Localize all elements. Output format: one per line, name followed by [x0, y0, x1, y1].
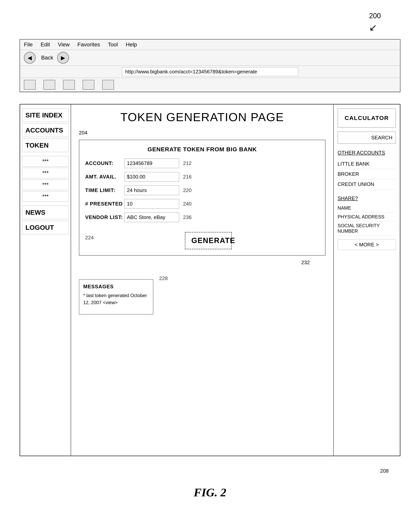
share-ssn: SOCIAL SECURITY NUMBER	[338, 221, 396, 236]
figure-caption: FIG. 2	[8, 486, 412, 499]
bookmark-1[interactable]	[24, 80, 36, 90]
menu-tool[interactable]: Tool	[108, 42, 118, 48]
time-input[interactable]	[124, 185, 179, 195]
menu-view[interactable]: View	[58, 42, 69, 48]
menu-file[interactable]: File	[24, 42, 33, 48]
webpage: SITE INDEX ACCOUNTS TOKEN *** *** *** **…	[20, 104, 400, 456]
menu-favorites[interactable]: Favorites	[77, 42, 100, 48]
messages-title: MESSAGES	[83, 284, 149, 290]
calculator-box[interactable]: CALCULATOR	[338, 108, 396, 128]
bookmark-3[interactable]	[63, 80, 75, 90]
annotation-240: 240	[183, 201, 192, 207]
forward-button[interactable]: ▶	[57, 52, 69, 64]
address-bar[interactable]: http://www.bigbank.com/acct=123456789&to…	[122, 67, 298, 76]
annotation-220: 220	[183, 187, 192, 193]
account-broker[interactable]: BROKER	[338, 169, 396, 179]
annotation-236: 236	[183, 214, 192, 220]
account-label: ACCOUNT:	[85, 160, 124, 166]
form-row-presented: # PRESENTED 240	[85, 199, 319, 209]
presented-label: # PRESENTED	[85, 201, 124, 207]
vendor-label: VENDOR LIST:	[85, 214, 124, 220]
annotation-212: 212	[183, 160, 192, 166]
sidebar-star-2: ***	[22, 168, 69, 178]
messages-box: MESSAGES * last token generated October …	[79, 279, 153, 314]
left-sidebar: SITE INDEX ACCOUNTS TOKEN *** *** *** **…	[20, 104, 71, 456]
account-input[interactable]	[124, 159, 179, 168]
page-title: TOKEN GENERATION PAGE	[79, 110, 325, 124]
vendor-input[interactable]	[124, 213, 179, 222]
menu-edit[interactable]: Edit	[41, 42, 50, 48]
sidebar-item-news[interactable]: NEWS	[22, 206, 69, 219]
annotation-228: 228	[159, 275, 168, 281]
messages-body: * last token generated October 12, 2007 …	[83, 292, 149, 306]
more-button[interactable]: < MORE >	[338, 240, 396, 250]
annotation-224: 224	[85, 235, 94, 241]
amt-input[interactable]	[124, 172, 179, 182]
form-title: GENERATE TOKEN FROM BIG BANK	[85, 146, 319, 153]
presented-input[interactable]	[124, 199, 179, 209]
sidebar-star-1: ***	[22, 156, 69, 167]
other-accounts-label[interactable]: OTHER ACCOUNTS	[338, 150, 396, 156]
annotation-232: 232	[79, 259, 325, 266]
sidebar-star-3: ***	[22, 179, 69, 190]
browser-menubar: File Edit View Favorites Tool Help	[20, 39, 400, 50]
token-form: GENERATE TOKEN FROM BIG BANK ACCOUNT: 21…	[79, 140, 325, 256]
amt-label: AMT. AVAIL.	[85, 174, 124, 180]
form-row-amt: AMT. AVAIL. 216	[85, 172, 319, 182]
bookmark-5[interactable]	[102, 80, 114, 90]
figure-number: 200	[369, 12, 381, 20]
back-button[interactable]: ◀	[24, 52, 36, 64]
annotation-204: 204	[79, 130, 325, 136]
share-section: SHARE? NAME PHYSICAL ADDRESS SOCIAL SECU…	[338, 195, 396, 250]
browser-window: File Edit View Favorites Tool Help ◀ Bac…	[20, 39, 400, 92]
account-credit-union[interactable]: CREDIT UNION	[338, 179, 396, 189]
sidebar-star-4: ***	[22, 191, 69, 202]
address-bar-row: http://www.bigbank.com/acct=123456789&to…	[20, 66, 400, 78]
sidebar-item-token[interactable]: TOKEN	[22, 139, 69, 152]
right-sidebar: CALCULATOR SEARCH OTHER ACCOUNTS LITTLE …	[333, 104, 400, 456]
form-row-account: ACCOUNT: 212	[85, 159, 319, 168]
menu-help[interactable]: Help	[126, 42, 137, 48]
sidebar-item-logout[interactable]: LOGOUT	[22, 221, 69, 234]
form-row-time: TIME LIMIT: 220	[85, 185, 319, 195]
browser-toolbar: ◀ Back ▶	[20, 50, 400, 66]
bookmark-2[interactable]	[44, 80, 55, 90]
annotation-216: 216	[183, 174, 192, 180]
sidebar-item-accounts[interactable]: ACCOUNTS	[22, 124, 69, 137]
time-label: TIME LIMIT:	[85, 187, 124, 193]
form-row-vendor: VENDOR LIST: 236	[85, 213, 319, 222]
share-physical-address: PHYSICAL ADDRESS	[338, 213, 396, 221]
main-content: TOKEN GENERATION PAGE 204 GENERATE TOKEN…	[71, 104, 333, 456]
search-box[interactable]: SEARCH	[338, 132, 396, 144]
back-label: Back	[41, 55, 53, 61]
sidebar-item-site-index[interactable]: SITE INDEX	[22, 108, 69, 122]
account-little-bank[interactable]: LITTLE BANK	[338, 159, 396, 169]
share-label[interactable]: SHARE?	[338, 195, 396, 201]
bookmarks-row	[20, 78, 400, 92]
figure-ref-200: 200 ↙	[369, 12, 381, 33]
figure-label-208: 208	[8, 468, 389, 474]
arrow-icon: ↙	[369, 22, 381, 33]
generate-button[interactable]: GENERATE	[185, 232, 232, 249]
bookmark-4[interactable]	[83, 80, 94, 90]
share-name: NAME	[338, 204, 396, 213]
